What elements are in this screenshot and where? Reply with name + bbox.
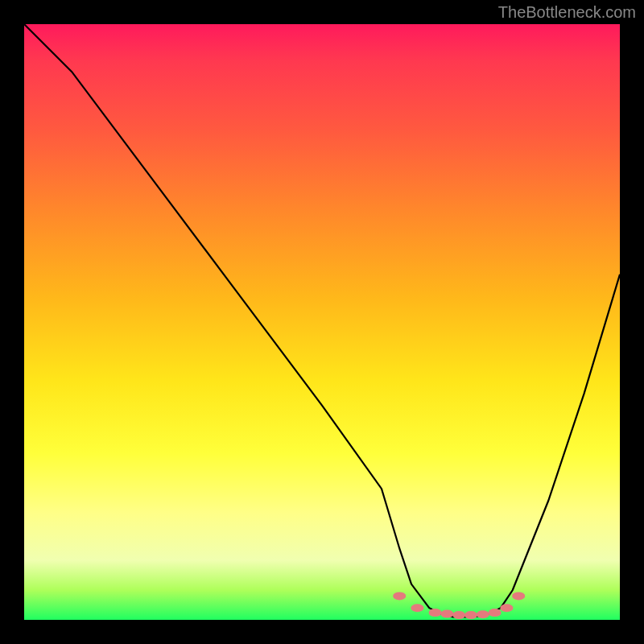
optimal-marker [440, 610, 453, 618]
plot-area [24, 24, 620, 620]
optimal-markers [393, 592, 525, 619]
attribution-text: TheBottleneck.com [498, 3, 636, 22]
optimal-marker [512, 592, 525, 600]
optimal-marker [500, 604, 513, 612]
chart-svg [24, 24, 620, 620]
optimal-marker [429, 609, 442, 617]
optimal-marker [411, 604, 423, 612]
optimal-marker [489, 609, 502, 617]
optimal-marker [452, 611, 465, 619]
optimal-marker [477, 610, 489, 618]
optimal-marker [464, 611, 477, 619]
bottleneck-curve [24, 24, 620, 617]
optimal-marker [393, 592, 406, 600]
